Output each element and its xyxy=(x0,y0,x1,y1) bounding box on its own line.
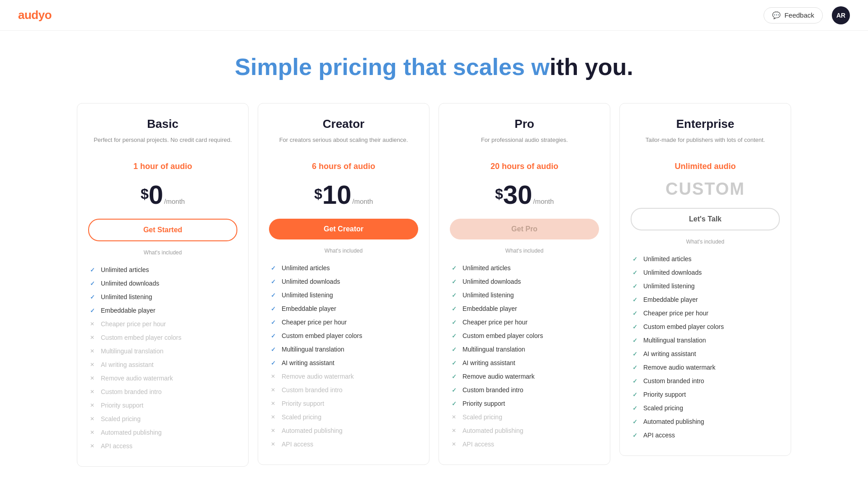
feature-label: Unlimited listening xyxy=(101,293,152,300)
feature-label: Multilingual translation xyxy=(462,346,525,353)
feature-item: ✓ Custom branded intro xyxy=(450,383,599,397)
audio-amount-creator: 6 hours of audio xyxy=(269,162,418,171)
feature-label: Remove audio watermark xyxy=(282,373,354,380)
feature-list-enterprise: ✓ Unlimited articles ✓ Unlimited downloa… xyxy=(631,252,780,442)
feature-item: ✕ Automated publishing xyxy=(88,426,237,439)
feature-label: Custom branded intro xyxy=(643,377,704,385)
feature-item: ✓ Unlimited downloads xyxy=(450,275,599,288)
feature-item: ✓ Unlimited listening xyxy=(450,288,599,302)
feature-check-icon: ✓ xyxy=(631,296,639,304)
feature-label: Automated publishing xyxy=(462,427,524,434)
feature-label: Custom embed player colors xyxy=(101,334,181,341)
feature-label: Cheaper price per hour xyxy=(101,320,166,328)
plan-btn-pro[interactable]: Get Pro xyxy=(450,219,599,239)
plan-btn-enterprise[interactable]: Let's Talk xyxy=(631,208,780,230)
avatar-button[interactable]: AR xyxy=(832,6,850,24)
feature-item: ✕ Priority support xyxy=(88,399,237,412)
feature-item: ✓ Multilingual translation xyxy=(631,333,780,347)
feature-label: Unlimited downloads xyxy=(643,269,702,276)
feature-item: ✓ Unlimited articles xyxy=(450,261,599,275)
feature-item: ✕ Scaled pricing xyxy=(88,412,237,426)
feature-label: Cheaper price per hour xyxy=(282,319,347,326)
price-custom-enterprise: CUSTOM xyxy=(665,179,745,198)
feature-item: ✓ Custom branded intro xyxy=(631,374,780,388)
feedback-button[interactable]: 💬 Feedback xyxy=(764,7,823,23)
feature-check-icon: ✓ xyxy=(631,323,639,331)
plan-name-creator: Creator xyxy=(269,117,418,131)
audio-amount-enterprise: Unlimited audio xyxy=(631,162,780,171)
feature-label: Scaled pricing xyxy=(101,415,141,422)
feature-check-icon: ✓ xyxy=(269,277,277,286)
feature-item: ✕ Multilingual translation xyxy=(88,344,237,358)
feature-label: Unlimited downloads xyxy=(282,278,340,285)
feature-check-icon: ✓ xyxy=(631,431,639,439)
feature-check-icon: ✓ xyxy=(269,332,277,340)
price-currency-basic: $ xyxy=(141,186,149,202)
header-right: 💬 Feedback AR xyxy=(764,6,850,24)
feature-check-icon: ✓ xyxy=(450,277,458,286)
feature-list-pro: ✓ Unlimited articles ✓ Unlimited downloa… xyxy=(450,261,599,451)
hero-title: Simple pricing that scales with you. xyxy=(18,53,850,80)
feature-label: Custom embed player colors xyxy=(462,332,543,339)
feature-item: ✓ Multilingual translation xyxy=(450,343,599,356)
feature-item: ✓ Automated publishing xyxy=(631,415,780,428)
feature-check-icon: ✓ xyxy=(269,264,277,272)
plan-name-basic: Basic xyxy=(88,117,237,131)
audio-amount-pro: 20 hours of audio xyxy=(450,162,599,171)
hero-title-highlight: Simple pricing that scales w xyxy=(235,54,549,80)
plan-card-basic: Basic Perfect for personal projects. No … xyxy=(77,103,249,467)
avatar-label: AR xyxy=(836,12,845,19)
plan-btn-creator[interactable]: Get Creator xyxy=(269,219,418,239)
feature-item: ✕ Custom branded intro xyxy=(269,383,418,397)
price-row-enterprise: CUSTOM xyxy=(631,179,780,199)
plan-btn-basic[interactable]: Get Started xyxy=(88,219,237,241)
feature-item: ✓ Cheaper price per hour xyxy=(450,315,599,329)
feature-label: Remove audio watermark xyxy=(462,373,535,380)
plan-desc-pro: For professional audio strategies. xyxy=(450,136,599,153)
feature-check-icon: ✓ xyxy=(631,282,639,290)
feature-cross-icon: ✕ xyxy=(269,399,277,408)
feature-label: Priority support xyxy=(462,400,505,407)
feature-item: ✓ Unlimited downloads xyxy=(88,277,237,290)
feature-cross-icon: ✕ xyxy=(269,440,277,448)
feature-item: ✓ Custom embed player colors xyxy=(631,320,780,333)
feature-label: Custom branded intro xyxy=(101,388,162,395)
plan-desc-basic: Perfect for personal projects. No credit… xyxy=(88,136,237,153)
feature-cross-icon: ✕ xyxy=(269,372,277,380)
feature-label: Automated publishing xyxy=(101,429,162,436)
plan-desc-creator: For creators serious about scaling their… xyxy=(269,136,418,153)
price-row-basic: $0/month xyxy=(88,179,237,210)
feature-check-icon: ✓ xyxy=(631,390,639,399)
feature-label: Unlimited articles xyxy=(282,264,330,272)
feature-check-icon: ✓ xyxy=(450,318,458,326)
feature-label: Unlimited listening xyxy=(282,291,333,299)
feature-item: ✕ Remove audio watermark xyxy=(88,371,237,385)
hero-section: Simple pricing that scales with you. xyxy=(0,31,868,94)
feature-label: API access xyxy=(462,441,494,448)
price-amount-pro: 30 xyxy=(503,180,533,209)
feature-cross-icon: ✕ xyxy=(88,347,96,355)
whats-included-label-creator: What's included xyxy=(269,248,418,254)
feature-label: Remove audio watermark xyxy=(643,364,716,371)
feature-item: ✓ Custom embed player colors xyxy=(450,329,599,343)
feature-label: Scaled pricing xyxy=(282,413,321,421)
feature-item: ✕ Scaled pricing xyxy=(269,410,418,424)
feature-label: Custom branded intro xyxy=(282,386,343,394)
price-period-basic: /month xyxy=(164,197,185,205)
feature-item: ✓ AI writing assistant xyxy=(450,356,599,370)
feature-label: AI writing assistant xyxy=(101,361,154,368)
feature-item: ✕ Automated publishing xyxy=(450,424,599,437)
feature-list-creator: ✓ Unlimited articles ✓ Unlimited downloa… xyxy=(269,261,418,451)
plan-card-pro: Pro For professional audio strategies. 2… xyxy=(439,103,610,465)
feature-cross-icon: ✕ xyxy=(88,401,96,409)
feature-cross-icon: ✕ xyxy=(88,415,96,423)
feature-item: ✕ Custom branded intro xyxy=(88,385,237,399)
feature-label: API access xyxy=(101,442,132,450)
header: audyo 💬 Feedback AR xyxy=(0,0,868,31)
feature-cross-icon: ✕ xyxy=(450,440,458,448)
feature-item: ✓ Embeddable player xyxy=(269,302,418,315)
feature-label: Cheaper price per hour xyxy=(643,310,708,317)
feature-check-icon: ✓ xyxy=(631,363,639,371)
feature-item: ✓ Custom embed player colors xyxy=(269,329,418,343)
price-amount-basic: 0 xyxy=(149,180,163,209)
